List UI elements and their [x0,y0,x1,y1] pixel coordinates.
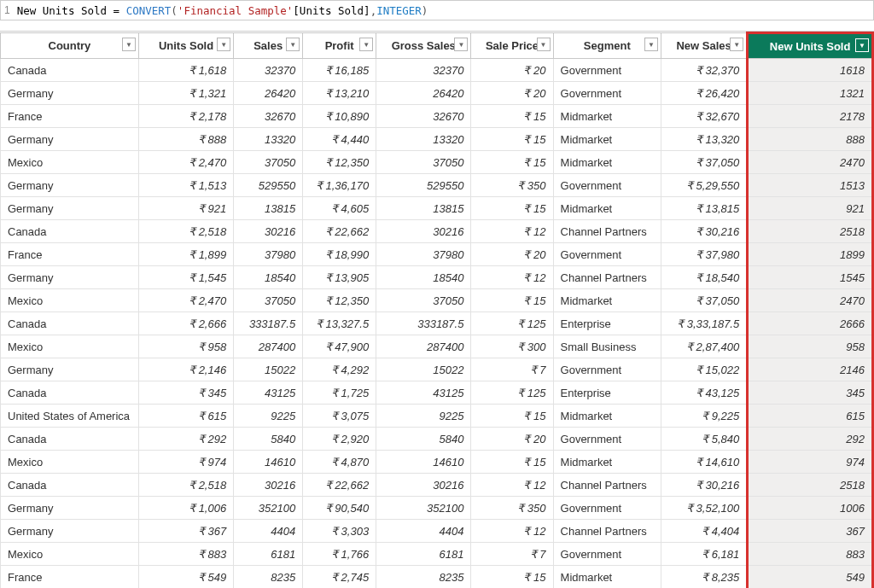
dropdown-icon[interactable]: ▼ [730,38,743,51]
table-row[interactable]: France₹ 2,17832670₹ 10,89032670₹ 15Midma… [1,105,873,128]
cell-newsales[interactable]: ₹ 14,610 [661,451,748,474]
cell-profit[interactable]: ₹ 13,905 [303,266,376,289]
cell-gross[interactable]: 4404 [376,520,471,543]
cell-segment[interactable]: Small Business [553,335,661,358]
cell-units[interactable]: ₹ 974 [138,451,233,474]
cell-country[interactable]: Mexico [1,151,139,174]
cell-gross[interactable]: 32670 [376,105,471,128]
cell-newsales[interactable]: ₹ 32,670 [661,105,748,128]
cell-profit[interactable]: ₹ 3,075 [303,405,376,428]
table-row[interactable]: Canada₹ 1,61832370₹ 16,18532370₹ 20Gover… [1,59,873,82]
formula-expression[interactable]: New Units Sold = CONVERT('Financial Samp… [17,4,428,17]
cell-profit[interactable]: ₹ 3,303 [303,520,376,543]
cell-newsales[interactable]: ₹ 43,125 [661,381,748,405]
cell-units[interactable]: ₹ 883 [138,543,233,566]
cell-country[interactable]: France [1,105,139,128]
cell-newsales[interactable]: ₹ 37,050 [661,151,748,174]
cell-newunits[interactable]: 974 [748,451,873,474]
cell-segment[interactable]: Midmarket [553,451,661,474]
cell-price[interactable]: ₹ 15 [471,128,553,151]
cell-sales[interactable]: 6181 [234,543,303,566]
cell-gross[interactable]: 43125 [376,381,471,405]
cell-units[interactable]: ₹ 1,899 [138,243,233,266]
cell-country[interactable]: Germany [1,358,139,381]
cell-sales[interactable]: 37050 [234,289,303,312]
cell-gross[interactable]: 8235 [376,566,471,589]
cell-units[interactable]: ₹ 2,178 [138,105,233,128]
cell-country[interactable]: France [1,243,139,266]
cell-units[interactable]: ₹ 2,470 [138,289,233,312]
dropdown-icon[interactable]: ▼ [855,38,869,52]
cell-newunits[interactable]: 2666 [748,312,873,335]
cell-units[interactable]: ₹ 2,518 [138,474,233,497]
cell-profit[interactable]: ₹ 12,350 [303,289,376,312]
cell-sales[interactable]: 30216 [234,474,303,497]
table-row[interactable]: Mexico₹ 97414610₹ 4,87014610₹ 15Midmarke… [1,451,873,474]
cell-gross[interactable]: 333187.5 [376,312,471,335]
header-gross[interactable]: Gross Sales▼ [376,33,471,59]
cell-newsales[interactable]: ₹ 30,216 [661,474,748,497]
cell-units[interactable]: ₹ 1,513 [138,174,233,197]
cell-sales[interactable]: 13815 [234,197,303,220]
cell-profit[interactable]: ₹ 4,870 [303,451,376,474]
cell-sales[interactable]: 5840 [234,428,303,451]
table-row[interactable]: France₹ 5498235₹ 2,7458235₹ 15Midmarket₹… [1,566,873,589]
table-row[interactable]: Germany₹ 1,54518540₹ 13,90518540₹ 12Chan… [1,266,873,289]
cell-sales[interactable]: 529550 [234,174,303,197]
cell-price[interactable]: ₹ 7 [471,358,553,381]
cell-profit[interactable]: ₹ 4,605 [303,197,376,220]
cell-price[interactable]: ₹ 300 [471,335,553,358]
cell-newsales[interactable]: ₹ 26,420 [661,82,748,105]
cell-price[interactable]: ₹ 15 [471,151,553,174]
cell-sales[interactable]: 43125 [234,381,303,405]
cell-newunits[interactable]: 1321 [748,82,873,105]
header-sales[interactable]: Sales▼ [234,33,303,59]
cell-price[interactable]: ₹ 12 [471,474,553,497]
cell-sales[interactable]: 26420 [234,82,303,105]
header-price[interactable]: Sale Price▼ [471,33,553,59]
cell-segment[interactable]: Enterprise [553,381,661,405]
cell-country[interactable]: United States of America [1,405,139,428]
cell-price[interactable]: ₹ 15 [471,451,553,474]
cell-country[interactable]: Canada [1,381,139,405]
cell-profit[interactable]: ₹ 1,36,170 [303,174,376,197]
dropdown-icon[interactable]: ▼ [454,38,468,51]
table-row[interactable]: Germany₹ 2,14615022₹ 4,29215022₹ 7Govern… [1,358,873,381]
cell-price[interactable]: ₹ 12 [471,220,553,243]
cell-gross[interactable]: 37050 [376,151,471,174]
cell-price[interactable]: ₹ 7 [471,543,553,566]
cell-units[interactable]: ₹ 345 [138,381,233,405]
cell-profit[interactable]: ₹ 4,440 [303,128,376,151]
cell-newunits[interactable]: 958 [748,335,873,358]
formula-bar[interactable]: 1 New Units Sold = CONVERT('Financial Sa… [0,0,874,20]
cell-newunits[interactable]: 1618 [748,59,873,82]
header-country[interactable]: Country▼ [1,33,139,59]
cell-sales[interactable]: 30216 [234,220,303,243]
cell-gross[interactable]: 37980 [376,243,471,266]
dropdown-icon[interactable]: ▼ [217,38,230,51]
cell-country[interactable]: Mexico [1,289,139,312]
cell-newunits[interactable]: 615 [748,405,873,428]
cell-sales[interactable]: 14610 [234,451,303,474]
cell-newunits[interactable]: 345 [748,381,873,405]
cell-newunits[interactable]: 921 [748,197,873,220]
cell-segment[interactable]: Channel Partners [553,266,661,289]
cell-price[interactable]: ₹ 15 [471,105,553,128]
cell-gross[interactable]: 6181 [376,543,471,566]
cell-units[interactable]: ₹ 367 [138,520,233,543]
table-row[interactable]: Germany₹ 88813320₹ 4,44013320₹ 15Midmark… [1,128,873,151]
cell-segment[interactable]: Government [553,174,661,197]
cell-sales[interactable]: 32670 [234,105,303,128]
cell-price[interactable]: ₹ 12 [471,266,553,289]
cell-country[interactable]: France [1,566,139,589]
cell-segment[interactable]: Midmarket [553,289,661,312]
cell-country[interactable]: Mexico [1,335,139,358]
cell-sales[interactable]: 333187.5 [234,312,303,335]
cell-price[interactable]: ₹ 125 [471,312,553,335]
cell-newsales[interactable]: ₹ 3,52,100 [661,497,748,520]
table-row[interactable]: United States of America₹ 6159225₹ 3,075… [1,405,873,428]
cell-country[interactable]: Germany [1,174,139,197]
cell-newsales[interactable]: ₹ 37,050 [661,289,748,312]
cell-newsales[interactable]: ₹ 18,540 [661,266,748,289]
cell-newunits[interactable]: 2470 [748,289,873,312]
